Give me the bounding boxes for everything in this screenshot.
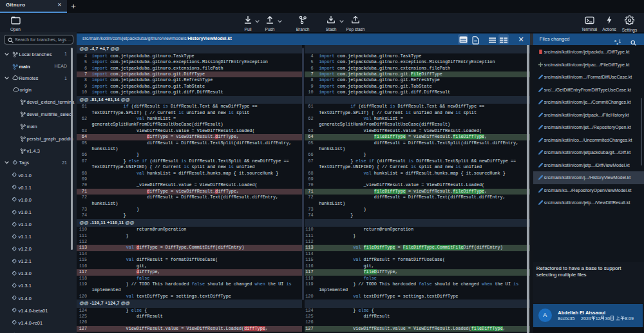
svg-text:z: z [616,42,618,45]
